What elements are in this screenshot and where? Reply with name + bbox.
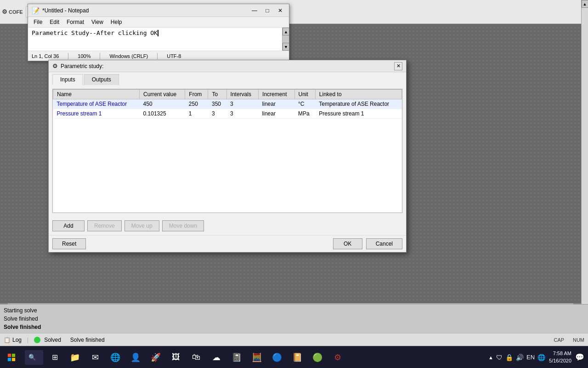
log-panel: Starting solve Solve finished Solve fini… <box>0 304 588 333</box>
dialog-close-btn[interactable]: ✕ <box>394 62 402 70</box>
row2-to: 3 <box>208 109 226 119</box>
tab-inputs[interactable]: Inputs <box>52 74 83 85</box>
right-scrollbar[interactable]: ▲ ▼ <box>581 0 588 346</box>
clock-time: 7:58 AM <box>549 350 571 357</box>
taskbar-clock[interactable]: 7:58 AM 5/16/2020 <box>549 350 571 364</box>
notepad-icon: 📝 <box>32 7 40 14</box>
notepad-position: Ln 1, Col 36 <box>32 53 59 59</box>
notepad-minimize-btn[interactable]: — <box>249 6 260 16</box>
log-line-1: Starting solve <box>4 306 584 315</box>
taskbar-store[interactable]: 🛍 <box>187 346 206 368</box>
taskbar-icons: ⊞ 📁 ✉ 🌐 👤 🚀 🖼 🛍 ☁ 📓 🧮 🔵 📔 🟢 ⚙ <box>45 346 347 368</box>
taskbar-onenote[interactable]: 📓 <box>227 346 246 368</box>
cap-indicator: CAP <box>554 337 564 343</box>
taskbar-search[interactable]: 🔍 <box>25 350 43 365</box>
col-current-value: Current value <box>140 90 185 99</box>
status-left: 📋 Log | Solved Solve finished <box>4 337 105 343</box>
text-cursor <box>158 30 158 36</box>
svg-rect-3 <box>12 357 15 361</box>
start-button[interactable] <box>0 346 23 368</box>
app-logo: ⚙ <box>2 8 7 15</box>
taskbar-edge[interactable]: 🌐 <box>106 346 125 368</box>
taskbar-chrome[interactable]: 🔵 <box>267 346 287 368</box>
taskbar-onenote2[interactable]: 📔 <box>288 346 307 368</box>
taskbar-green-app[interactable]: 🟢 <box>308 346 327 368</box>
network-icon: 🔒 <box>505 354 513 361</box>
svg-rect-0 <box>8 353 11 356</box>
taskbar-icon-6[interactable]: 🚀 <box>146 346 165 368</box>
windows-logo-icon <box>7 353 16 362</box>
dialog-title: Parametric study: <box>61 63 391 69</box>
notepad-lineending: Windows (CRLF) <box>109 53 148 59</box>
notepad-maximize-btn[interactable]: □ <box>262 6 272 16</box>
notepad-content-area[interactable]: Parametric Study--After clicking OK ▲ ▼ <box>28 28 289 51</box>
language-icon: EN <box>526 354 535 361</box>
vscroll-down[interactable]: ▼ <box>283 43 289 51</box>
move-down-button[interactable]: Move down <box>162 220 204 231</box>
taskbar: 🔍 ⊞ 📁 ✉ 🌐 👤 🚀 🖼 🛍 ☁ 📓 🧮 🔵 📔 🟢 ⚙ ▲ 🛡 🔒 🔊 … <box>0 346 588 368</box>
notepad-encoding: UTF-8 <box>167 53 181 59</box>
log-line-2: Solve finished <box>4 315 584 323</box>
app-name: COFE <box>9 9 23 15</box>
inputs-table: Name Current value From To Intervals Inc… <box>53 89 402 119</box>
taskbar-task-view[interactable]: ⊞ <box>45 346 64 368</box>
ok-button[interactable]: OK <box>333 238 362 249</box>
search-icon: 🔍 <box>28 354 36 361</box>
row1-linked-to: Temperature of ASE Reactor <box>315 99 401 109</box>
solved-icon <box>34 337 40 343</box>
row1-unit: °C <box>294 99 315 109</box>
reset-button[interactable]: Reset <box>52 238 86 249</box>
table-row[interactable]: Temperature of ASE Reactor 450 250 350 3… <box>53 99 402 109</box>
col-name: Name <box>53 90 140 99</box>
table-row[interactable]: Pressure stream 1 0.101325 1 3 3 linear … <box>53 109 402 119</box>
taskbar-photos[interactable]: 🖼 <box>166 346 186 368</box>
notepad-vscroll[interactable]: ▲ ▼ <box>282 28 289 51</box>
volume-icon: 🔊 <box>516 354 524 361</box>
notepad-menu-edit[interactable]: Edit <box>46 18 63 26</box>
scroll-track[interactable] <box>582 8 588 338</box>
dialog-footer: Reset OK Cancel <box>49 235 406 252</box>
taskbar-onedrive[interactable]: ☁ <box>207 346 226 368</box>
taskbar-icon-5[interactable]: 👤 <box>126 346 145 368</box>
col-intervals: Intervals <box>226 90 259 99</box>
clock-date: 5/16/2020 <box>549 357 571 364</box>
taskbar-calculator[interactable]: 🧮 <box>247 346 266 368</box>
move-up-button[interactable]: Move up <box>124 220 159 231</box>
notepad-close-btn[interactable]: ✕ <box>275 6 285 16</box>
add-button[interactable]: Add <box>52 220 85 231</box>
row1-from: 250 <box>185 99 208 109</box>
vscroll-up[interactable]: ▲ <box>283 28 289 35</box>
svg-rect-2 <box>8 357 11 361</box>
taskbar-cofe-app[interactable]: ⚙ <box>328 346 347 368</box>
status-text: Solve finished <box>70 337 105 343</box>
col-linked-to: Linked to <box>315 90 401 99</box>
notepad-menu-view[interactable]: View <box>88 18 107 26</box>
notepad-text: Parametric Study--After clicking OK <box>32 29 158 36</box>
taskbar-right: ▲ 🛡 🔒 🔊 EN 🌐 7:58 AM 5/16/2020 💬 <box>488 350 588 364</box>
row2-increment: linear <box>259 109 294 119</box>
log-icon: 📋 <box>4 337 11 343</box>
notepad-menu-help[interactable]: Help <box>107 18 126 26</box>
row1-to: 350 <box>208 99 226 109</box>
notification-icon[interactable]: 💬 <box>575 353 584 362</box>
svg-rect-1 <box>12 353 15 356</box>
taskbar-mail[interactable]: ✉ <box>85 346 105 368</box>
taskbar-file-explorer[interactable]: 📁 <box>65 346 85 368</box>
tab-outputs[interactable]: Outputs <box>84 74 119 85</box>
row2-current-value: 0.101325 <box>140 109 185 119</box>
show-hidden-icon[interactable]: ▲ <box>488 355 493 360</box>
notepad-menu-format[interactable]: Format <box>63 18 88 26</box>
row1-name: Temperature of ASE Reactor <box>53 99 140 109</box>
row2-name: Pressure stream 1 <box>53 109 140 119</box>
dialog-tabs: Inputs Outputs <box>49 72 406 85</box>
remove-button[interactable]: Remove <box>87 220 122 231</box>
scroll-up-arrow[interactable]: ▲ <box>582 0 588 8</box>
desktop: ▲ ▼ ◀ ▶ ⚙ COFE 📄 📂 💾 🖨 🔍 📊 📝 *Untitled -… <box>0 0 588 346</box>
dialog-titlebar: ⚙ Parametric study: ✕ <box>49 60 406 72</box>
cancel-button[interactable]: Cancel <box>366 238 402 249</box>
notepad-menu-file[interactable]: File <box>30 18 46 26</box>
col-from: From <box>185 90 208 99</box>
log-line-3: Solve finished <box>4 323 584 331</box>
row1-intervals: 3 <box>226 99 259 109</box>
system-tray: ▲ 🛡 🔒 🔊 EN 🌐 <box>488 354 545 361</box>
